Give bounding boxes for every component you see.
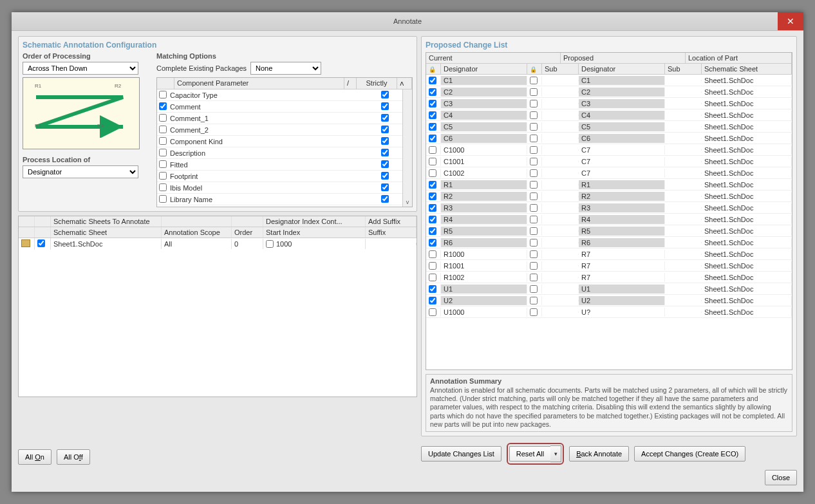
sub-lock-checkbox[interactable] xyxy=(530,204,538,212)
param-strict-checkbox[interactable] xyxy=(381,114,389,122)
sub-lock-checkbox[interactable] xyxy=(530,77,538,84)
change-row[interactable]: R1001 R7 Sheet1.SchDoc xyxy=(426,260,792,272)
change-row[interactable]: C4 C4 Sheet1.SchDoc xyxy=(426,109,792,121)
lock-checkbox[interactable] xyxy=(429,158,436,165)
param-row[interactable]: Library Name xyxy=(157,194,402,205)
sheets-col-main[interactable]: Schematic Sheets To Annotate xyxy=(51,216,162,227)
sheets-col-order[interactable]: Order xyxy=(232,227,263,238)
param-checkbox[interactable] xyxy=(159,114,167,122)
sub-lock-checkbox[interactable] xyxy=(530,192,538,200)
change-row[interactable]: U1 U1 Sheet1.SchDoc xyxy=(426,283,792,295)
lock-checkbox[interactable] xyxy=(429,181,436,189)
reset-all-button[interactable]: Reset All xyxy=(509,446,550,462)
param-checkbox[interactable] xyxy=(159,137,167,145)
lock-checkbox[interactable] xyxy=(429,146,436,154)
param-row[interactable]: Description xyxy=(157,147,402,159)
param-row[interactable]: Capacitor Type xyxy=(157,89,402,101)
sub-lock-checkbox[interactable] xyxy=(530,169,538,177)
sheet-suffix[interactable] xyxy=(366,243,417,245)
all-off-button[interactable]: All Off xyxy=(57,449,90,465)
col-group-location[interactable]: Location of Part xyxy=(686,53,792,63)
param-strict-checkbox[interactable] xyxy=(381,195,389,203)
all-on-button[interactable]: All On xyxy=(18,449,52,465)
param-checkbox[interactable] xyxy=(159,172,167,180)
param-checkbox[interactable] xyxy=(159,195,167,203)
param-strict-checkbox[interactable] xyxy=(381,149,389,156)
col-designator-cur[interactable]: Designator xyxy=(441,64,527,74)
param-col-strict[interactable]: Strictly xyxy=(357,78,397,89)
sheets-col-suf[interactable]: Suffix xyxy=(366,227,417,238)
sub-lock-checkbox[interactable] xyxy=(530,250,538,258)
sub-lock-checkbox[interactable] xyxy=(530,100,538,107)
change-row[interactable]: C1000 C7 Sheet1.SchDoc xyxy=(426,144,792,156)
sub-lock-checkbox[interactable] xyxy=(530,158,538,165)
change-row[interactable]: R2 R2 Sheet1.SchDoc xyxy=(426,191,792,202)
col-sub-cur[interactable]: Sub xyxy=(542,64,579,74)
lock-checkbox[interactable] xyxy=(429,192,436,200)
sheets-col-sheet[interactable]: Schematic Sheet xyxy=(51,227,162,238)
param-strict-checkbox[interactable] xyxy=(381,91,389,98)
close-button[interactable]: Close xyxy=(765,470,797,485)
sub-lock-checkbox[interactable] xyxy=(530,123,538,131)
param-checkbox[interactable] xyxy=(159,149,167,156)
sub-lock-checkbox[interactable] xyxy=(530,111,538,119)
sheets-col-scope[interactable]: Annotation Scope xyxy=(162,227,232,238)
start-index-checkbox[interactable] xyxy=(266,240,274,248)
lock-checkbox[interactable] xyxy=(429,135,436,142)
param-checkbox[interactable] xyxy=(159,183,167,191)
close-icon[interactable]: ✕ xyxy=(778,12,803,30)
sheet-row[interactable]: Sheet1.SchDoc All 0 1000 xyxy=(19,238,417,250)
col-sub-prop[interactable]: Sub xyxy=(665,64,702,74)
lock-checkbox[interactable] xyxy=(429,308,436,316)
change-row[interactable]: C1001 C7 Sheet1.SchDoc xyxy=(426,156,792,167)
start-index[interactable]: 1000 xyxy=(276,240,292,248)
sub-lock-checkbox[interactable] xyxy=(530,88,538,96)
change-row[interactable]: R1 R1 Sheet1.SchDoc xyxy=(426,179,792,191)
sub-lock-checkbox[interactable] xyxy=(530,216,538,223)
sub-lock-checkbox[interactable] xyxy=(530,135,538,142)
sub-lock-checkbox[interactable] xyxy=(530,297,538,304)
sheet-order[interactable]: 0 xyxy=(232,239,263,249)
reset-all-dropdown[interactable]: ▾ xyxy=(550,445,561,462)
sub-lock-checkbox[interactable] xyxy=(530,285,538,293)
sub-lock-checkbox[interactable] xyxy=(530,308,538,316)
sub-lock-checkbox[interactable] xyxy=(530,239,538,247)
change-row[interactable]: R6 R6 Sheet1.SchDoc xyxy=(426,237,792,248)
col-group-current[interactable]: Current xyxy=(426,53,561,63)
change-row[interactable]: U1000 U? Sheet1.SchDoc xyxy=(426,306,792,318)
order-select[interactable]: Across Then Down xyxy=(23,62,138,75)
param-checkbox[interactable] xyxy=(159,160,167,168)
param-strict-checkbox[interactable] xyxy=(381,102,389,110)
change-row[interactable]: R1000 R7 Sheet1.SchDoc xyxy=(426,248,792,260)
col-sheet[interactable]: Schematic Sheet xyxy=(702,64,792,74)
lock-checkbox[interactable] xyxy=(429,262,436,270)
change-row[interactable]: C1 C1 Sheet1.SchDoc xyxy=(426,75,792,86)
param-scrollbar[interactable]: v xyxy=(402,89,412,207)
param-checkbox[interactable] xyxy=(159,91,167,98)
back-annotate-button[interactable]: Back Annotate xyxy=(569,446,629,462)
lock-checkbox[interactable] xyxy=(429,297,436,304)
change-row[interactable]: R4 R4 Sheet1.SchDoc xyxy=(426,214,792,225)
lock-checkbox[interactable] xyxy=(429,239,436,247)
sub-lock-checkbox[interactable] xyxy=(530,262,538,270)
lock-checkbox[interactable] xyxy=(429,169,436,177)
param-strict-checkbox[interactable] xyxy=(381,137,389,145)
lock-checkbox[interactable] xyxy=(429,123,436,131)
lock-checkbox[interactable] xyxy=(429,100,436,107)
lock-checkbox[interactable] xyxy=(429,274,436,281)
update-changes-button[interactable]: Update Changes List xyxy=(421,446,501,462)
change-row[interactable]: C3 C3 Sheet1.SchDoc xyxy=(426,98,792,109)
param-strict-checkbox[interactable] xyxy=(381,183,389,191)
param-strict-checkbox[interactable] xyxy=(381,160,389,168)
param-col-name[interactable]: Component Parameter xyxy=(174,78,344,89)
param-row[interactable]: Comment xyxy=(157,101,402,113)
change-row[interactable]: C2 C2 Sheet1.SchDoc xyxy=(426,86,792,98)
col-group-proposed[interactable]: Proposed xyxy=(561,53,686,63)
param-row[interactable]: Comment_1 xyxy=(157,113,402,124)
lock-checkbox[interactable] xyxy=(429,204,436,212)
change-row[interactable]: C6 C6 Sheet1.SchDoc xyxy=(426,133,792,144)
sub-lock-checkbox[interactable] xyxy=(530,181,538,189)
change-row[interactable]: C5 C5 Sheet1.SchDoc xyxy=(426,121,792,133)
change-row[interactable]: R1002 R7 Sheet1.SchDoc xyxy=(426,272,792,283)
param-checkbox[interactable] xyxy=(159,126,167,133)
